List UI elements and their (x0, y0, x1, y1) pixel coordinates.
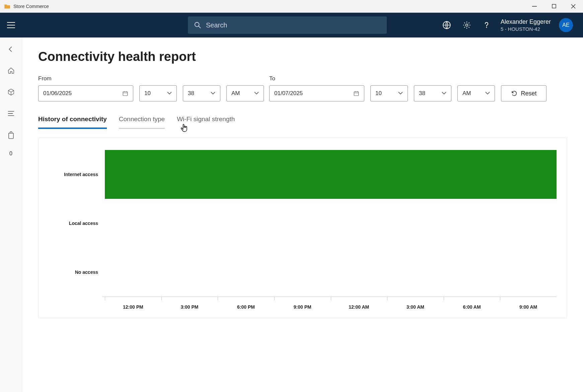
from-minute-select[interactable]: 38 (183, 85, 220, 101)
chart-bar-local (105, 199, 557, 248)
page-title: Connectivity health report (38, 50, 567, 64)
tabs: History of connectivity Connection type … (38, 115, 567, 129)
svg-rect-7 (123, 92, 128, 96)
chart-card: Internet access Local access No access (38, 138, 567, 318)
y-label-none: No access (49, 248, 105, 297)
to-ampm-select[interactable]: AM (457, 85, 495, 101)
window-titlebar: Store Commerce (0, 0, 583, 13)
to-date-input[interactable]: 01/07/2025 (269, 85, 364, 101)
chevron-down-icon (398, 92, 403, 95)
leftbar-count: 0 (9, 151, 12, 157)
minimize-button[interactable] (525, 0, 544, 13)
chart-bar-fill (105, 150, 557, 199)
main-content: Connectivity health report From 01/06/20… (22, 37, 583, 392)
from-ampm-select[interactable]: AM (226, 85, 264, 101)
to-hour-select[interactable]: 10 (370, 85, 408, 101)
calendar-icon (122, 90, 128, 96)
titlebar-left: Store Commerce (0, 4, 49, 9)
window-title: Store Commerce (13, 4, 49, 9)
calendar-icon (353, 90, 359, 96)
help-icon[interactable] (483, 21, 491, 29)
user-name: Alexander Eggerer (501, 18, 551, 25)
left-rail: 0 (0, 37, 22, 392)
avatar[interactable]: AE (559, 18, 573, 32)
chart-plot: 12:00 PM 3:00 PM 6:00 PM 9:00 PM 12:00 A… (105, 150, 557, 310)
chevron-down-icon (211, 92, 215, 95)
tab-history[interactable]: History of connectivity (38, 115, 107, 129)
chevron-down-icon (442, 92, 446, 95)
gear-icon[interactable] (462, 21, 471, 29)
y-label-local: Local access (49, 199, 105, 248)
globe-icon[interactable] (442, 21, 451, 29)
hamburger-button[interactable] (0, 22, 22, 28)
svg-point-6 (486, 27, 487, 28)
svg-point-5 (465, 24, 468, 26)
search-icon (194, 21, 201, 29)
svg-rect-1 (552, 4, 556, 8)
user-sub: 5 - HOUSTON-42 (501, 26, 551, 32)
search-input[interactable]: Search (188, 16, 387, 34)
svg-rect-0 (532, 6, 537, 7)
chart-x-labels: 12:00 PM 3:00 PM 6:00 PM 9:00 PM 12:00 A… (105, 301, 557, 310)
from-date-input[interactable]: 01/06/2025 (38, 85, 133, 101)
top-nav: Search Alexander Eggerer 5 - HOUSTON-42 … (0, 13, 583, 37)
chart-bar-none (105, 248, 557, 297)
filter-bar: From 01/06/2025 10 38 (38, 75, 567, 101)
package-icon[interactable] (7, 88, 15, 96)
back-icon[interactable] (7, 45, 15, 54)
user-block[interactable]: Alexander Eggerer 5 - HOUSTON-42 AE (501, 18, 583, 32)
to-minute-select[interactable]: 38 (414, 85, 451, 101)
app-folder-icon (4, 4, 11, 9)
svg-point-2 (195, 22, 199, 27)
from-label: From (38, 75, 264, 82)
to-label: To (269, 75, 546, 82)
chart-y-labels: Internet access Local access No access (49, 150, 105, 310)
tab-wifi-strength[interactable]: Wi-Fi signal strength (177, 115, 235, 129)
close-button[interactable] (564, 0, 583, 13)
chevron-down-icon (485, 92, 490, 95)
svg-line-3 (199, 26, 201, 28)
chevron-down-icon (254, 92, 259, 95)
search-placeholder: Search (206, 21, 227, 29)
home-icon[interactable] (7, 66, 15, 75)
chevron-down-icon (167, 92, 172, 95)
svg-rect-8 (354, 92, 359, 96)
reset-button[interactable]: Reset (501, 85, 546, 101)
undo-icon (511, 90, 517, 97)
bag-icon[interactable] (7, 131, 15, 139)
maximize-button[interactable] (544, 0, 564, 13)
chart-bar-internet (105, 150, 557, 199)
y-label-internet: Internet access (49, 150, 105, 199)
tab-connection-type[interactable]: Connection type (119, 115, 165, 129)
from-hour-select[interactable]: 10 (139, 85, 177, 101)
list-icon[interactable] (7, 109, 15, 118)
